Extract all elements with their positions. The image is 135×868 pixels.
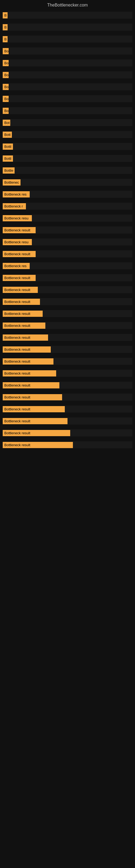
chart-row: Bottleneck result [3, 441, 132, 448]
bar-background [9, 71, 132, 79]
chart-row: Bott [3, 131, 132, 138]
bar-background [62, 394, 132, 401]
chart-row: Bottleneck result [3, 417, 132, 425]
bottleneck-label: Bottleneck result [3, 287, 38, 293]
bar-background [13, 143, 132, 150]
bottleneck-label: Bottleneck result [3, 406, 65, 412]
bar-background [45, 322, 132, 329]
bottleneck-label: Bottleneck res [3, 263, 30, 269]
chart-row: Bottleneck resu [3, 239, 132, 246]
bottleneck-label: Bo [3, 72, 9, 78]
bottleneck-label: B [3, 36, 8, 42]
chart-row: Bottl [3, 143, 132, 150]
bar-background [73, 441, 132, 448]
bar-background [36, 226, 132, 234]
bottleneck-label: Bottleneck result [3, 275, 36, 281]
chart-row: Bottleneck result [3, 274, 132, 281]
chart-row: Bottleneck result [3, 310, 132, 317]
chart-row: Bottleneck result [3, 358, 132, 365]
bar-background [48, 334, 132, 341]
chart-row: Bo [3, 107, 132, 114]
bottleneck-label: Bottleneck result [3, 394, 62, 400]
bottleneck-label: Bottleneck result [3, 335, 48, 341]
bottleneck-label: Bo [3, 108, 9, 114]
bottleneck-label: Bo [3, 48, 9, 54]
bar-background [70, 429, 132, 436]
bottleneck-label: Bott [3, 131, 12, 138]
chart-row: Bottleneck resu [3, 215, 132, 222]
chart-row: Bottleneck result [3, 322, 132, 329]
bar-background [68, 417, 132, 425]
bar-background [30, 262, 132, 269]
bottleneck-label: Bottleneck result [3, 299, 40, 305]
chart-row: Bo [3, 71, 132, 79]
bar-background [40, 298, 132, 305]
bottleneck-label: Bottl [3, 144, 13, 150]
bottleneck-label: Bottleneck result [3, 442, 73, 448]
bottleneck-label: Bot [3, 120, 10, 126]
bottleneck-label: Bottleneck res [3, 191, 30, 197]
chart-row: Bottleneck result [3, 286, 132, 293]
chart-row: Bottleneck result [3, 250, 132, 257]
bar-background [36, 274, 132, 281]
bar-background [8, 35, 132, 42]
bottleneck-label: Bottle [3, 167, 14, 174]
bottleneck-label: Bottleneck r [3, 203, 26, 209]
bar-background [32, 215, 132, 222]
bar-background [8, 12, 132, 19]
chart-row: Bottl [3, 155, 132, 162]
bottleneck-label: Bottleneck result [3, 430, 70, 436]
bottleneck-label: B [3, 12, 8, 19]
chart-row: B [3, 24, 132, 31]
chart-row: Bottleneck res [3, 191, 132, 198]
bottleneck-label: Bottleneck result [3, 358, 53, 365]
bar-background [30, 191, 132, 198]
bar-background [20, 179, 132, 186]
chart-row: Bottleneck result [3, 429, 132, 436]
bar-background [13, 155, 132, 162]
chart-row: Bottleneck result [3, 405, 132, 412]
bar-background [26, 203, 132, 210]
bar-background [10, 119, 132, 126]
bottleneck-label: Bottleneck resu [3, 215, 32, 221]
chart-row: Bottleneck result [3, 226, 132, 234]
chart-row: Bo [3, 83, 132, 90]
chart-row: Bottleneck result [3, 346, 132, 353]
chart-row: Bottlenec [3, 179, 132, 186]
bottleneck-label: Bottleneck result [3, 370, 56, 376]
bottleneck-label: Bottleneck resu [3, 239, 32, 245]
chart-row: Bottleneck res [3, 262, 132, 269]
chart-row: Bottleneck result [3, 298, 132, 305]
chart-row: B [3, 35, 132, 42]
chart-row: Bottleneck result [3, 382, 132, 389]
chart-container: BBBBoBoBoBoBoBoBotBottBottlBottlBottleBo… [0, 12, 135, 453]
chart-row: Bo [3, 95, 132, 102]
bottleneck-label: Bottlenec [3, 179, 20, 186]
bar-background [32, 239, 132, 246]
bar-background [9, 48, 132, 55]
chart-row: Bo [3, 59, 132, 66]
bottleneck-label: Bottleneck result [3, 311, 43, 317]
bar-background [9, 95, 132, 102]
chart-row: Bo [3, 48, 132, 55]
bottleneck-label: Bo [3, 60, 9, 66]
bar-background [56, 370, 132, 377]
chart-row: Bottleneck result [3, 370, 132, 377]
bar-background [9, 107, 132, 114]
bottleneck-label: Bottleneck result [3, 227, 36, 233]
bar-background [38, 286, 132, 293]
bottleneck-label: Bottleneck result [3, 346, 51, 352]
chart-row: Bottleneck result [3, 394, 132, 401]
site-title: TheBottlenecker.com [0, 0, 135, 12]
bar-background [59, 382, 132, 389]
chart-row: Bot [3, 119, 132, 126]
chart-row: Bottle [3, 167, 132, 174]
chart-row: Bottleneck r [3, 203, 132, 210]
chart-row: Bottleneck result [3, 334, 132, 341]
bar-background [51, 346, 132, 353]
chart-row: B [3, 12, 132, 19]
bottleneck-label: B [3, 24, 8, 30]
bottleneck-label: Bottleneck result [3, 322, 45, 329]
bar-background [36, 250, 132, 257]
bottleneck-label: Bo [3, 84, 9, 90]
